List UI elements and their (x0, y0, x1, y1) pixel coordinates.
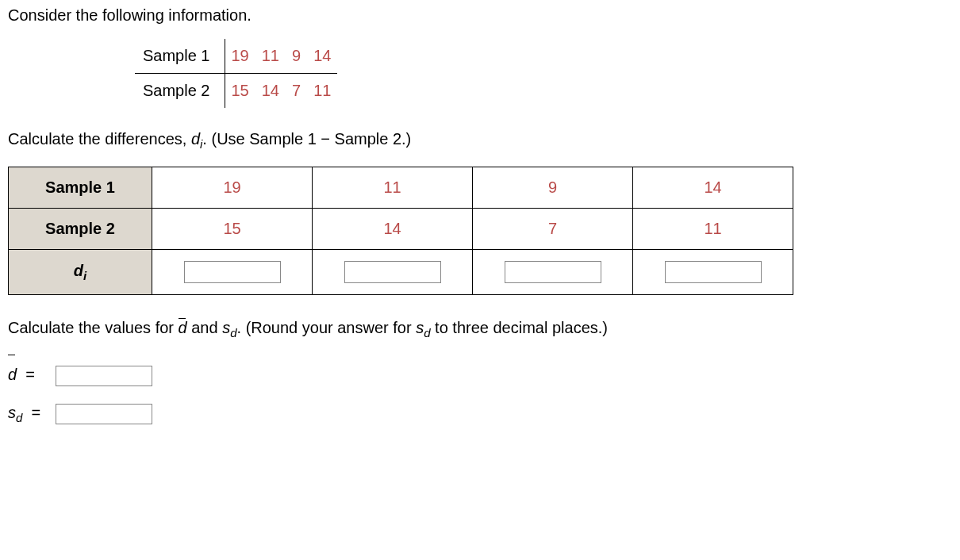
t-s1-2: 11 (313, 167, 473, 209)
sd-input[interactable] (56, 404, 152, 424)
sd-s-2: s (416, 319, 424, 336)
intro-text: Consider the following information. (8, 6, 952, 25)
t-s2-1: 15 (152, 209, 313, 250)
dbar-1: d (179, 319, 187, 337)
di-i-hdr: i (83, 269, 86, 282)
sd-s-1: s (222, 319, 230, 336)
calc-diff-instruction: Calculate the differences, di. (Use Samp… (8, 130, 952, 151)
di-input-3[interactable] (505, 261, 601, 283)
sd-s-label: s (8, 404, 16, 421)
t-s2-3: 7 (473, 209, 633, 250)
t-s1-1: 19 (152, 167, 313, 209)
calc-diff-suffix: (Use Sample 1 − Sample 2.) (207, 130, 411, 148)
row-header-s2: Sample 2 (9, 209, 152, 250)
samples-table: Sample 1 19 11 9 14 Sample 2 15 14 7 11 (135, 39, 337, 108)
sd-row: sd = (8, 393, 952, 432)
sample1-v3: 9 (286, 39, 307, 74)
calc-values-suffix1: (Round your answer for (241, 319, 416, 336)
di-input-2[interactable] (344, 261, 441, 283)
di-d: d (191, 130, 200, 148)
sample2-v4: 11 (307, 74, 337, 109)
sample2-v1: 15 (225, 74, 255, 109)
t-s2-2: 14 (313, 209, 473, 250)
dbar-input[interactable] (56, 366, 152, 386)
sample2-v3: 7 (286, 74, 307, 109)
di-d-hdr: d (74, 262, 83, 279)
t-s1-3: 9 (473, 167, 633, 209)
di-input-4[interactable] (665, 261, 762, 283)
calc-values-suffix2: to three decimal places.) (431, 319, 608, 336)
sd-d-label: d (16, 411, 22, 424)
eq2: = (31, 404, 40, 421)
sample2-label: Sample 2 (135, 74, 225, 109)
calc-diff-prefix: Calculate the differences, (8, 130, 191, 148)
di-input-1[interactable] (184, 261, 281, 283)
row-header-di: di (9, 250, 152, 295)
sample1-v4: 14 (307, 39, 337, 74)
calc-values-mid: and (187, 319, 222, 336)
sample2-v2: 14 (255, 74, 286, 109)
sample1-v2: 11 (255, 39, 286, 74)
calc-values-instruction: Calculate the values for d and sd. (Roun… (8, 319, 952, 339)
sd-d-2: d (424, 326, 430, 339)
differences-table: Sample 1 19 11 9 14 Sample 2 15 14 7 11 … (8, 167, 793, 295)
t-s2-4: 11 (633, 209, 793, 250)
sample1-label: Sample 1 (135, 39, 225, 74)
dbar-row: d = (8, 355, 952, 393)
calc-values-prefix: Calculate the values for (8, 319, 179, 336)
dbar-label: d (8, 355, 17, 393)
t-s1-4: 14 (633, 167, 793, 209)
sample1-v1: 19 (225, 39, 255, 74)
row-header-s1: Sample 1 (9, 167, 152, 209)
eq1: = (25, 366, 35, 383)
sd-d-1: d (230, 326, 236, 339)
